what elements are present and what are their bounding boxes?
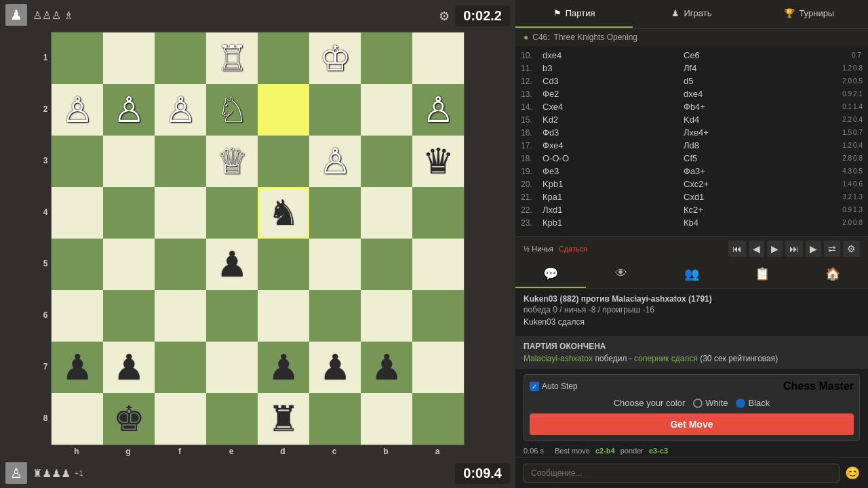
- cell-d7[interactable]: ♟: [258, 342, 309, 393]
- tab-play[interactable]: ♟ Играть: [633, 0, 750, 28]
- cell-b4[interactable]: [361, 187, 412, 239]
- tab-learn[interactable]: 📋: [727, 261, 797, 288]
- cell-d6[interactable]: [258, 290, 309, 342]
- move-black[interactable]: Кс2+: [681, 204, 822, 216]
- cell-g7[interactable]: ♟: [103, 342, 155, 393]
- move-black[interactable]: d5: [681, 75, 822, 87]
- cell-a7[interactable]: [412, 342, 464, 393]
- cell-h6[interactable]: [52, 290, 103, 342]
- tab-chat[interactable]: 💬: [515, 261, 586, 288]
- move-black[interactable]: Kd4: [681, 114, 822, 125]
- cell-g2[interactable]: ♙: [103, 84, 155, 136]
- cell-d4[interactable]: ♞: [258, 187, 309, 239]
- cell-b1[interactable]: [361, 33, 412, 84]
- cell-g3[interactable]: [103, 136, 155, 187]
- cell-g1[interactable]: [103, 33, 155, 84]
- cell-b5[interactable]: [361, 239, 412, 290]
- auto-step-checkbox[interactable]: ✓: [530, 382, 539, 391]
- cell-f6[interactable]: [155, 290, 206, 342]
- board-settings-button[interactable]: ⚙: [843, 241, 860, 257]
- cell-d8[interactable]: ♜: [258, 393, 309, 445]
- cell-h1[interactable]: [52, 33, 103, 84]
- move-white[interactable]: Схе4: [540, 101, 681, 113]
- move-white[interactable]: Лхd1: [540, 204, 681, 216]
- move-white[interactable]: Фе3: [540, 165, 681, 177]
- black-radio-group[interactable]: Black: [736, 398, 770, 408]
- cell-c2[interactable]: [309, 84, 361, 136]
- cell-e4[interactable]: [206, 187, 258, 239]
- cell-f3[interactable]: [155, 136, 206, 187]
- cell-e8[interactable]: [206, 393, 258, 445]
- chess-board[interactable]: ♖ ♔ ♙ ♙ ♙ ♘ ♙ ♕ ♙: [51, 32, 465, 445]
- cell-e5[interactable]: ♟: [206, 239, 258, 290]
- tab-community[interactable]: 🏠: [797, 261, 868, 288]
- first-move-button[interactable]: ⏮: [728, 241, 746, 257]
- cell-d3[interactable]: [258, 136, 309, 187]
- cell-f5[interactable]: [155, 239, 206, 290]
- move-black[interactable]: Кb4: [681, 217, 822, 228]
- cell-b7[interactable]: ♟: [361, 342, 412, 393]
- cell-c3[interactable]: ♙: [309, 136, 361, 187]
- cell-b3[interactable]: [361, 136, 412, 187]
- move-list[interactable]: 10.dxe4Се60.711.b3Лf41.20.812.Cd3d52.00.…: [515, 46, 868, 236]
- black-radio[interactable]: [736, 399, 745, 408]
- get-move-button[interactable]: Get Move: [530, 413, 854, 435]
- cell-a6[interactable]: [412, 290, 464, 342]
- resign-button[interactable]: Сдаться: [559, 245, 587, 253]
- cell-a5[interactable]: [412, 239, 464, 290]
- move-black[interactable]: Се6: [681, 49, 822, 61]
- cell-e6[interactable]: [206, 290, 258, 342]
- white-radio-group[interactable]: White: [693, 398, 728, 408]
- cell-a8[interactable]: [412, 393, 464, 445]
- auto-step-label[interactable]: ✓ Auto Step: [530, 382, 578, 391]
- move-black[interactable]: Схс2+: [681, 178, 822, 190]
- move-white[interactable]: Крb1: [540, 217, 681, 228]
- cell-c8[interactable]: [309, 393, 361, 445]
- move-black[interactable]: Лf4: [681, 62, 822, 74]
- move-white[interactable]: Фе2: [540, 88, 681, 100]
- move-white[interactable]: Kd2: [540, 114, 681, 125]
- cell-d2[interactable]: [258, 84, 309, 136]
- draw-button[interactable]: ½ Ничья: [524, 245, 553, 253]
- cell-d5[interactable]: [258, 239, 309, 290]
- move-white[interactable]: Фхе4: [540, 140, 681, 151]
- move-white[interactable]: Cd3: [540, 75, 681, 87]
- next-move-button[interactable]: ▶: [767, 241, 783, 257]
- cell-h2[interactable]: ♙: [52, 84, 103, 136]
- tab-analysis[interactable]: 👁: [586, 261, 656, 288]
- white-radio[interactable]: [693, 399, 703, 408]
- cell-h3[interactable]: [52, 136, 103, 187]
- move-white[interactable]: dxe4: [540, 49, 681, 61]
- cell-e7[interactable]: [206, 342, 258, 393]
- cell-c5[interactable]: [309, 239, 361, 290]
- cell-e1[interactable]: ♖: [206, 33, 258, 84]
- move-black[interactable]: Лd8: [681, 140, 822, 151]
- cell-h8[interactable]: [52, 393, 103, 445]
- winner-name[interactable]: Malaciayi-ashxatox: [524, 354, 593, 363]
- move-black[interactable]: Схd1: [681, 191, 822, 203]
- cell-c6[interactable]: [309, 290, 361, 342]
- play-button[interactable]: ▶: [806, 241, 821, 257]
- cell-e2[interactable]: ♘: [206, 84, 258, 136]
- settings-icon[interactable]: ⚙: [439, 9, 450, 24]
- cell-g8[interactable]: ♚: [103, 393, 155, 445]
- cell-b2[interactable]: [361, 84, 412, 136]
- move-white[interactable]: b3: [540, 62, 681, 74]
- move-white[interactable]: Kpb1: [540, 178, 681, 190]
- tab-tournaments[interactable]: 🏆 Турниры: [751, 0, 868, 28]
- cell-h5[interactable]: [52, 239, 103, 290]
- cell-g4[interactable]: [103, 187, 155, 239]
- move-white[interactable]: O-O-O: [540, 152, 681, 164]
- last-move-button[interactable]: ⏭: [785, 241, 803, 257]
- move-black[interactable]: Cf5: [681, 152, 822, 164]
- cell-h7[interactable]: ♟: [52, 342, 103, 393]
- move-white[interactable]: Кра1: [540, 191, 681, 203]
- cell-g5[interactable]: [103, 239, 155, 290]
- message-input[interactable]: [524, 464, 840, 483]
- move-black[interactable]: Фа3+: [681, 165, 822, 177]
- cell-d1[interactable]: [258, 33, 309, 84]
- cell-f7[interactable]: [155, 342, 206, 393]
- cell-f8[interactable]: [155, 393, 206, 445]
- cell-c7[interactable]: ♟: [309, 342, 361, 393]
- cell-b6[interactable]: [361, 290, 412, 342]
